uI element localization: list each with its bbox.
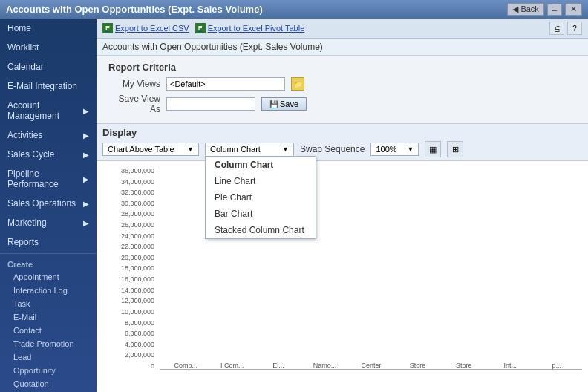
- bar-group-5: Center: [353, 360, 389, 369]
- menu-item-pie-chart[interactable]: Pie Chart: [206, 189, 316, 206]
- sidebar-item-account-management[interactable]: Account Management ▶: [0, 96, 97, 125]
- help-icon: ?: [572, 24, 577, 33]
- expand-button[interactable]: ⊞: [447, 141, 463, 157]
- sidebar-item-sales-cycle[interactable]: Sales Cycle ▶: [0, 145, 97, 164]
- chevron-right-icon: ▶: [83, 200, 89, 208]
- bar-label-6: Store: [410, 362, 426, 369]
- sidebar-item-worklist[interactable]: Worklist: [0, 38, 97, 57]
- y-axis: 36,000,000 34,000,000 32,000,000 30,000,…: [102, 167, 154, 370]
- sidebar-item-home[interactable]: Home: [0, 19, 97, 38]
- sidebar-divider: [0, 253, 97, 254]
- bar-group-1: Comp...: [168, 360, 203, 369]
- display-toolbar: Chart Above Table ▼ Column Chart ▼ Colum…: [102, 141, 582, 157]
- chevron-right-icon: ▶: [83, 107, 89, 115]
- create-appointment[interactable]: Appointment: [0, 270, 97, 284]
- create-interaction-log[interactable]: Interaction Log: [0, 284, 97, 297]
- bar-group-6: Store: [399, 360, 435, 369]
- display-section: Display Chart Above Table ▼ Column Chart: [97, 123, 588, 161]
- export-csv-button[interactable]: E Export to Excel CSV: [102, 23, 189, 33]
- print-icon: 🖨: [553, 24, 561, 33]
- save-view-row: Save View As 💾 Save: [108, 94, 576, 114]
- bar-group-3: El...: [261, 360, 296, 369]
- page-subtitle: Accounts with Open Opportunities (Expt. …: [97, 39, 588, 56]
- header-icon-group: 🖨 ?: [549, 22, 582, 35]
- report-criteria-heading: Report Criteria: [108, 62, 576, 73]
- export-actions: E Export to Excel CSV E Export to Excel …: [102, 23, 304, 33]
- display-heading: Display: [102, 127, 582, 138]
- save-view-input[interactable]: [166, 97, 255, 111]
- create-contact[interactable]: Contact: [0, 324, 97, 337]
- bar-group-8: Int...: [492, 360, 528, 369]
- chart-position-dropdown[interactable]: Chart Above Table ▼: [102, 143, 199, 156]
- bar-label-4: Namo...: [313, 362, 337, 369]
- create-opportunity[interactable]: Opportunity: [0, 364, 97, 377]
- minimize-button[interactable]: –: [547, 4, 562, 16]
- chevron-down-icon: ▼: [187, 146, 194, 153]
- print-button[interactable]: 🖨: [549, 22, 564, 35]
- title-bar: Accounts with Open Opportunities (Expt. …: [0, 0, 588, 19]
- menu-item-bar-chart[interactable]: Bar Chart: [206, 206, 316, 222]
- menu-item-line-chart[interactable]: Line Chart: [206, 173, 316, 189]
- disk-icon: 💾: [270, 100, 278, 108]
- title-bar-controls: ◀ Back – ✕: [507, 3, 582, 16]
- chart-type-menu: Column Chart Line Chart Pie Chart Bar Ch…: [205, 156, 316, 239]
- chevron-down-icon: ▼: [282, 146, 289, 153]
- page-title-bar: Accounts with Open Opportunities (Expt. …: [6, 4, 263, 15]
- chevron-right-icon: ▶: [83, 131, 89, 140]
- chevron-right-icon: ▶: [83, 151, 89, 159]
- bar-label-2: I Com...: [220, 362, 244, 369]
- bar-label-1: Comp...: [174, 362, 197, 369]
- bar-group-4: Namo...: [307, 360, 342, 369]
- create-task[interactable]: Task: [0, 297, 97, 310]
- excel-csv-icon: E: [102, 23, 113, 33]
- sidebar-item-reports[interactable]: Reports: [0, 232, 97, 252]
- menu-item-stacked-chart[interactable]: Stacked Column Chart: [206, 222, 316, 238]
- chevron-down-icon: ▼: [407, 146, 414, 153]
- bar-label-3: El...: [272, 362, 284, 369]
- save-view-label: Save View As: [108, 94, 160, 114]
- bar-label-5: Center: [361, 362, 381, 369]
- chevron-right-icon: ▶: [83, 219, 89, 227]
- main-content: E Export to Excel CSV E Export to Excel …: [97, 19, 588, 392]
- create-lead[interactable]: Lead: [0, 350, 97, 364]
- menu-item-column-chart[interactable]: Column Chart: [206, 157, 316, 173]
- bar-group-2: I Com...: [214, 360, 249, 369]
- sidebar: Home Worklist Calendar E-Mail Integratio…: [0, 19, 97, 392]
- save-view-button[interactable]: 💾 Save: [261, 97, 307, 111]
- sidebar-item-calendar[interactable]: Calendar: [0, 57, 97, 76]
- filter-button[interactable]: ▦: [425, 141, 441, 157]
- bar-group-7: Store: [446, 360, 482, 369]
- chart-type-dropdown[interactable]: Column Chart ▼ Column Chart Line Chart P…: [205, 143, 294, 156]
- folder-icon: 📁: [293, 80, 302, 88]
- bar-group-9: p...: [539, 360, 575, 369]
- chart-type-select[interactable]: Column Chart ▼: [205, 143, 294, 156]
- export-pivot-button[interactable]: E Export to Excel Pivot Table: [195, 23, 305, 33]
- chart-position-select[interactable]: Chart Above Table ▼: [102, 143, 199, 156]
- my-views-select[interactable]: <Default>: [166, 77, 285, 91]
- chart-area: 36,000,000 34,000,000 32,000,000 30,000,…: [97, 161, 588, 392]
- swap-sequence-label: Swap Sequence: [300, 144, 365, 154]
- sidebar-item-marketing[interactable]: Marketing ▶: [0, 213, 97, 232]
- my-views-label: My Views: [108, 79, 160, 89]
- filter-icon: ▦: [429, 145, 437, 154]
- close-button[interactable]: ✕: [565, 3, 582, 16]
- sidebar-item-sales-ops[interactable]: Sales Operations ▶: [0, 194, 97, 213]
- excel-pivot-icon: E: [195, 23, 206, 33]
- browse-views-button[interactable]: 📁: [291, 77, 304, 91]
- bar-label-8: Int...: [504, 362, 517, 369]
- help-button[interactable]: ?: [567, 22, 582, 35]
- content-toolbar: E Export to Excel CSV E Export to Excel …: [97, 19, 588, 39]
- create-email[interactable]: E-Mail: [0, 310, 97, 324]
- create-quotation[interactable]: Quotation: [0, 377, 97, 391]
- zoom-select[interactable]: 100% ▼: [370, 143, 419, 156]
- expand-icon: ⊞: [452, 145, 459, 154]
- create-section-label: Create: [0, 255, 97, 270]
- sidebar-item-activities[interactable]: Activities ▶: [0, 125, 97, 145]
- sidebar-item-email[interactable]: E-Mail Integration: [0, 76, 97, 96]
- create-trade-promotion[interactable]: Trade Promotion: [0, 337, 97, 350]
- bar-label-7: Store: [456, 362, 472, 369]
- my-views-row: My Views <Default> 📁: [108, 77, 576, 91]
- back-button[interactable]: ◀ Back: [507, 3, 544, 16]
- sidebar-item-pipeline[interactable]: Pipeline Performance ▶: [0, 164, 97, 194]
- report-criteria-section: Report Criteria My Views <Default> 📁 Sav…: [97, 56, 588, 123]
